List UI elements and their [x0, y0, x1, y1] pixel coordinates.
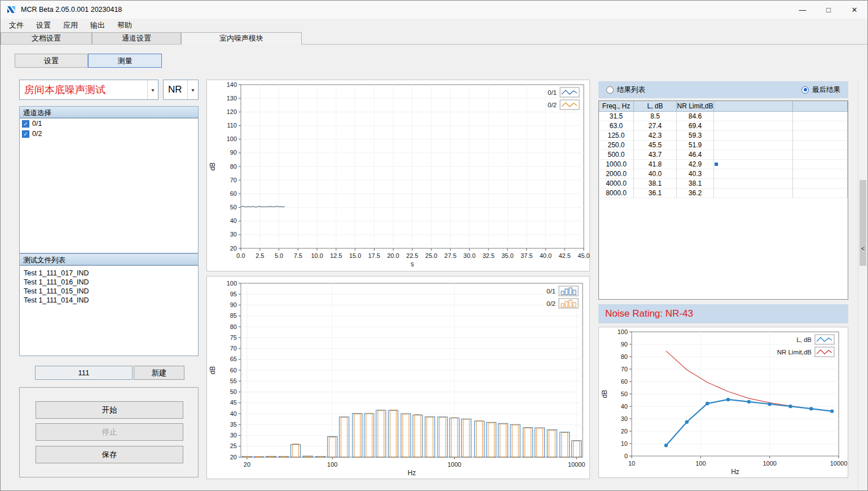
table-cell: 2000.0 [599, 169, 634, 179]
table-header-cell: NR Limit,dB [677, 101, 714, 112]
table-row[interactable]: 4000.038.138.1 [599, 179, 848, 188]
start-button[interactable]: 开始 [36, 401, 183, 419]
channel-item-1[interactable]: ✓0/1 [20, 119, 198, 129]
close-button[interactable]: ✕ [841, 1, 867, 19]
noise-rating-banner: Noise Rating: NR-43 [598, 304, 848, 323]
svg-text:90: 90 [230, 301, 237, 308]
scrollbar-thumb[interactable] [860, 180, 866, 266]
svg-text:45: 45 [230, 399, 237, 406]
file-list-item[interactable]: Test 1_111_017_IND [20, 269, 198, 278]
time_history-plot: 20304050607080901001101201301400.02.55.0… [207, 80, 591, 272]
main-tab-2[interactable]: 通道设置 [92, 32, 181, 44]
spectrum-plot: 2025303540455055606570758085909510020100… [207, 277, 591, 480]
minimize-button[interactable]: — [790, 1, 816, 19]
radio-icon [606, 86, 614, 94]
channel-section-header: 通道选择 [19, 106, 199, 118]
checkbox-checked-icon[interactable]: ✓ [22, 130, 29, 138]
stop-button[interactable]: 停止 [36, 423, 183, 441]
table-row[interactable]: 8000.036.136.2 [599, 188, 848, 198]
radio-last-result[interactable]: 最后结果 [801, 85, 840, 95]
table-row[interactable]: 31.58.584.6 [599, 112, 848, 121]
svg-text:80: 80 [230, 163, 237, 170]
svg-text:20: 20 [244, 461, 250, 468]
menu-item-5[interactable]: 帮助 [111, 19, 138, 32]
svg-text:95: 95 [230, 291, 237, 297]
radio-selected-icon [801, 86, 809, 94]
table-row[interactable]: 500.043.746.4 [599, 150, 848, 160]
menu-item-2[interactable]: 设置 [30, 19, 57, 32]
channel-item-2[interactable]: ✓0/2 [20, 129, 198, 139]
table-cell [714, 121, 793, 131]
table-row[interactable]: 125.042.359.3 [599, 131, 848, 141]
table-cell [793, 121, 848, 131]
table-cell [793, 150, 848, 160]
window-title: MCR Beta 2.05.0.001 20230418 [21, 6, 122, 14]
collapse-panel-icon[interactable]: < [858, 244, 867, 253]
svg-text:Hz: Hz [408, 469, 416, 477]
svg-text:50: 50 [230, 388, 237, 395]
radio-result-list[interactable]: 结果列表 [606, 85, 645, 95]
table-cell: 63.0 [599, 121, 634, 131]
rating-type-dropdown-zone[interactable]: ▾ [187, 80, 198, 99]
tab-measure[interactable]: 测量 [88, 54, 162, 68]
table-cell: 40.0 [634, 169, 677, 179]
files-section-header: 测试文件列表 [19, 253, 199, 265]
test-files-list: Test 1_111_017_INDTest 1_111_016_INDTest… [19, 265, 199, 356]
main-tab-3[interactable]: 室内噪声模块 [181, 32, 302, 45]
menu-item-4[interactable]: 输出 [84, 19, 111, 32]
table-row[interactable]: 2000.040.040.3 [599, 169, 848, 179]
tab-settings[interactable]: 设置 [15, 54, 88, 68]
file-list-item[interactable]: Test 1_111_014_IND [20, 296, 198, 305]
table-cell: 38.1 [677, 179, 714, 188]
svg-text:120: 120 [227, 108, 237, 115]
table-cell [714, 131, 793, 141]
table-row[interactable]: 1000.041.842.9 [599, 160, 848, 169]
svg-text:60: 60 [230, 190, 237, 197]
checkbox-checked-icon[interactable]: ✓ [22, 120, 29, 128]
vertical-scrollbar[interactable]: < [858, 81, 867, 490]
test-type-select[interactable]: 房间本底噪声测试 ▾ [19, 80, 158, 100]
table-cell: 27.4 [634, 121, 677, 131]
svg-text:40.0: 40.0 [540, 252, 552, 259]
table-cell [714, 160, 793, 169]
svg-text:10.0: 10.0 [311, 252, 323, 259]
svg-text:10000: 10000 [830, 460, 848, 467]
table-cell [793, 112, 848, 121]
test-type-dropdown-zone[interactable]: ▾ [147, 80, 158, 99]
svg-text:0/1: 0/1 [548, 89, 557, 96]
save-button[interactable]: 保存 [36, 446, 183, 463]
svg-text:30: 30 [621, 415, 628, 422]
svg-text:45.0: 45.0 [578, 252, 589, 259]
new-button[interactable]: 新建 [134, 366, 184, 380]
table-row[interactable]: 63.027.469.4 [599, 121, 848, 131]
main-tab-1[interactable]: 文档设置 [1, 32, 92, 44]
file-list-item[interactable]: Test 1_111_015_IND [20, 287, 198, 296]
svg-text:12.5: 12.5 [330, 252, 342, 259]
channel-list: ✓0/1✓0/2 [19, 118, 199, 253]
radio-last-result-label: 最后结果 [812, 85, 840, 95]
svg-text:30: 30 [230, 432, 237, 439]
svg-text:dB: dB [209, 366, 217, 375]
table-cell [793, 141, 848, 150]
svg-text:55: 55 [230, 378, 237, 384]
maximize-button[interactable]: □ [816, 1, 841, 19]
table-cell: 46.4 [677, 150, 714, 160]
table-header-cell [793, 101, 848, 112]
menu-item-3[interactable]: 应用 [57, 19, 84, 32]
svg-text:80: 80 [621, 353, 628, 360]
rating-type-select[interactable]: NR ▾ [163, 80, 199, 100]
file-list-item[interactable]: Test 1_111_016_IND [20, 278, 198, 287]
svg-text:110: 110 [227, 122, 237, 129]
table-row[interactable]: 250.045.551.9 [599, 141, 848, 150]
svg-text:27.5: 27.5 [444, 252, 456, 259]
table-cell: 43.7 [634, 150, 677, 160]
nr_rating-plot: 010203040506070809010010100100010000HzdB… [599, 327, 849, 479]
svg-text:100: 100 [618, 328, 628, 335]
app-window: MCR Beta 2.05.0.001 20230418 — □ ✕ 文件设置应… [0, 0, 868, 491]
svg-text:75: 75 [230, 334, 237, 341]
svg-text:25.0: 25.0 [425, 252, 437, 259]
svg-text:80: 80 [230, 323, 237, 330]
menu-item-1[interactable]: 文件 [3, 19, 30, 32]
svg-text:NR Limit,dB: NR Limit,dB [777, 349, 812, 356]
file-name-input[interactable] [35, 366, 133, 380]
